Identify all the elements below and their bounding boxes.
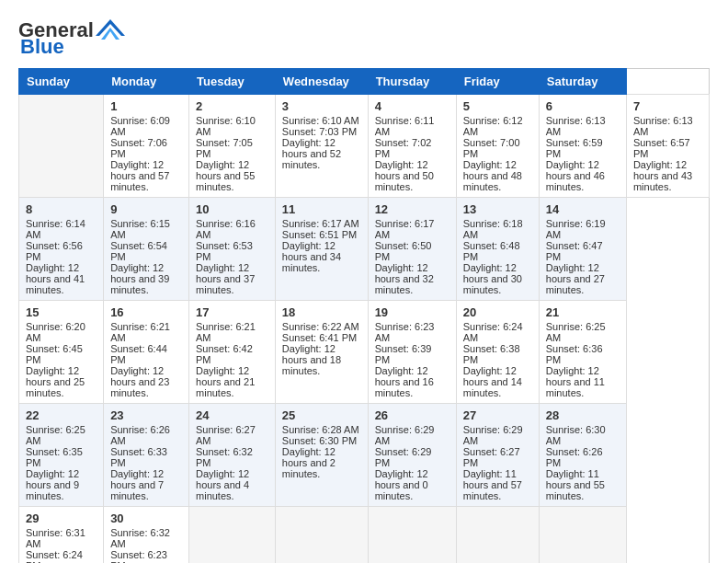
- daylight-text: Daylight: 12 hours and 25 minutes.: [26, 365, 85, 398]
- logo-icon: [96, 19, 125, 40]
- sunset-text: Sunset: 7:06 PM: [110, 137, 167, 159]
- sunrise-text: Sunrise: 6:30 AM: [546, 424, 606, 446]
- sunrise-text: Sunrise: 6:21 AM: [110, 321, 170, 343]
- sunset-text: Sunset: 6:54 PM: [110, 240, 167, 262]
- sunset-text: Sunset: 6:45 PM: [26, 343, 83, 365]
- calendar-cell: [275, 507, 368, 564]
- day-number: 16: [110, 305, 182, 319]
- calendar-cell: [19, 95, 104, 198]
- sunrise-text: Sunrise: 6:25 AM: [546, 321, 606, 343]
- calendar-cell: 27 Sunrise: 6:29 AM Sunset: 6:27 PM Dayl…: [456, 404, 539, 507]
- day-number: 27: [463, 408, 532, 422]
- calendar-cell: 20 Sunrise: 6:24 AM Sunset: 6:38 PM Dayl…: [456, 301, 539, 404]
- daylight-text: Daylight: 12 hours and 48 minutes.: [463, 159, 522, 192]
- calendar-cell: 25 Sunrise: 6:28 AM Sunset: 6:30 PM Dayl…: [275, 404, 368, 507]
- daylight-text: Daylight: 12 hours and 18 minutes.: [282, 343, 341, 376]
- daylight-text: Daylight: 11 hours and 57 minutes.: [463, 468, 522, 501]
- daylight-text: Daylight: 12 hours and 27 minutes.: [546, 262, 605, 295]
- daylight-text: Daylight: 12 hours and 50 minutes.: [375, 159, 434, 192]
- header-monday: Monday: [104, 69, 189, 95]
- day-number: 26: [375, 408, 449, 422]
- calendar-cell: 11 Sunrise: 6:17 AM Sunset: 6:51 PM Dayl…: [275, 198, 368, 301]
- calendar-cell: 23 Sunrise: 6:26 AM Sunset: 6:33 PM Dayl…: [104, 404, 189, 507]
- calendar-cell: 7 Sunrise: 6:13 AM Sunset: 6:57 PM Dayli…: [626, 95, 709, 198]
- sunrise-text: Sunrise: 6:21 AM: [196, 321, 256, 343]
- sunset-text: Sunset: 6:33 PM: [110, 446, 167, 468]
- daylight-text: Daylight: 12 hours and 2 minutes.: [282, 446, 336, 479]
- day-number: 14: [546, 202, 620, 216]
- calendar-table: SundayMondayTuesdayWednesdayThursdayFrid…: [18, 68, 710, 563]
- calendar-week-row: 15 Sunrise: 6:20 AM Sunset: 6:45 PM Dayl…: [19, 301, 710, 404]
- day-number: 4: [375, 99, 449, 113]
- header-thursday: Thursday: [368, 69, 456, 95]
- sunset-text: Sunset: 6:27 PM: [463, 446, 520, 468]
- sunset-text: Sunset: 6:29 PM: [375, 446, 432, 468]
- day-number: 25: [282, 408, 361, 422]
- calendar-cell: 29 Sunrise: 6:31 AM Sunset: 6:24 PM Dayl…: [19, 507, 104, 564]
- sunrise-text: Sunrise: 6:31 AM: [26, 527, 85, 549]
- header-friday: Friday: [456, 69, 539, 95]
- day-number: 15: [26, 305, 97, 319]
- daylight-text: Daylight: 12 hours and 11 minutes.: [546, 365, 605, 398]
- calendar-cell: 5 Sunrise: 6:12 AM Sunset: 7:00 PM Dayli…: [456, 95, 539, 198]
- daylight-text: Daylight: 12 hours and 43 minutes.: [633, 159, 692, 192]
- sunrise-text: Sunrise: 6:17 AM: [375, 218, 435, 240]
- sunrise-text: Sunrise: 6:17 AM: [282, 218, 359, 229]
- daylight-text: Daylight: 11 hours and 55 minutes.: [546, 468, 605, 501]
- day-number: 23: [110, 408, 182, 422]
- sunset-text: Sunset: 6:47 PM: [546, 240, 603, 262]
- day-number: 28: [546, 408, 620, 422]
- calendar-cell: [456, 507, 539, 564]
- calendar-cell: 8 Sunrise: 6:14 AM Sunset: 6:56 PM Dayli…: [19, 198, 104, 301]
- sunrise-text: Sunrise: 6:28 AM: [282, 424, 359, 435]
- sunrise-text: Sunrise: 6:16 AM: [196, 218, 256, 240]
- sunset-text: Sunset: 6:38 PM: [463, 343, 520, 365]
- day-number: 30: [110, 511, 182, 525]
- sunrise-text: Sunrise: 6:09 AM: [110, 115, 170, 137]
- sunset-text: Sunset: 7:03 PM: [282, 126, 357, 137]
- day-number: 7: [633, 99, 702, 113]
- calendar-cell: 22 Sunrise: 6:25 AM Sunset: 6:35 PM Dayl…: [19, 404, 104, 507]
- header-wednesday: Wednesday: [275, 69, 368, 95]
- sunrise-text: Sunrise: 6:26 AM: [110, 424, 170, 446]
- day-number: 2: [196, 99, 268, 113]
- sunset-text: Sunset: 6:42 PM: [196, 343, 253, 365]
- sunrise-text: Sunrise: 6:27 AM: [196, 424, 256, 446]
- sunrise-text: Sunrise: 6:10 AM: [196, 115, 256, 137]
- header-saturday: Saturday: [539, 69, 626, 95]
- calendar-cell: 6 Sunrise: 6:13 AM Sunset: 6:59 PM Dayli…: [539, 95, 626, 198]
- day-number: 8: [26, 202, 97, 216]
- sunrise-text: Sunrise: 6:18 AM: [463, 218, 523, 240]
- sunset-text: Sunset: 7:00 PM: [463, 137, 520, 159]
- sunrise-text: Sunrise: 6:10 AM: [282, 115, 359, 126]
- logo: General Blue: [18, 18, 125, 59]
- calendar-cell: 4 Sunrise: 6:11 AM Sunset: 7:02 PM Dayli…: [368, 95, 456, 198]
- sunrise-text: Sunrise: 6:11 AM: [375, 115, 435, 137]
- sunset-text: Sunset: 6:57 PM: [633, 137, 690, 159]
- daylight-text: Daylight: 12 hours and 34 minutes.: [282, 240, 341, 273]
- daylight-text: Daylight: 12 hours and 14 minutes.: [463, 365, 522, 398]
- calendar-cell: 18 Sunrise: 6:22 AM Sunset: 6:41 PM Dayl…: [275, 301, 368, 404]
- calendar-cell: 15 Sunrise: 6:20 AM Sunset: 6:45 PM Dayl…: [19, 301, 104, 404]
- daylight-text: Daylight: 12 hours and 21 minutes.: [196, 365, 255, 398]
- sunset-text: Sunset: 6:36 PM: [546, 343, 603, 365]
- sunrise-text: Sunrise: 6:29 AM: [463, 424, 523, 446]
- day-number: 19: [375, 305, 449, 319]
- calendar-week-row: 1 Sunrise: 6:09 AM Sunset: 7:06 PM Dayli…: [19, 95, 710, 198]
- calendar-cell: 28 Sunrise: 6:30 AM Sunset: 6:26 PM Dayl…: [539, 404, 626, 507]
- sunrise-text: Sunrise: 6:19 AM: [546, 218, 606, 240]
- calendar-cell: 19 Sunrise: 6:23 AM Sunset: 6:39 PM Dayl…: [368, 301, 456, 404]
- sunrise-text: Sunrise: 6:14 AM: [26, 218, 85, 240]
- daylight-text: Daylight: 12 hours and 32 minutes.: [375, 262, 434, 295]
- sunset-text: Sunset: 6:35 PM: [26, 446, 83, 468]
- sunset-text: Sunset: 6:56 PM: [26, 240, 83, 262]
- sunset-text: Sunset: 6:44 PM: [110, 343, 167, 365]
- sunrise-text: Sunrise: 6:20 AM: [26, 321, 85, 343]
- daylight-text: Daylight: 12 hours and 41 minutes.: [26, 262, 85, 295]
- sunrise-text: Sunrise: 6:13 AM: [546, 115, 606, 137]
- sunset-text: Sunset: 6:59 PM: [546, 137, 603, 159]
- day-number: 22: [26, 408, 97, 422]
- calendar-cell: [539, 507, 626, 564]
- calendar-cell: 10 Sunrise: 6:16 AM Sunset: 6:53 PM Dayl…: [189, 198, 276, 301]
- day-number: 29: [26, 511, 97, 525]
